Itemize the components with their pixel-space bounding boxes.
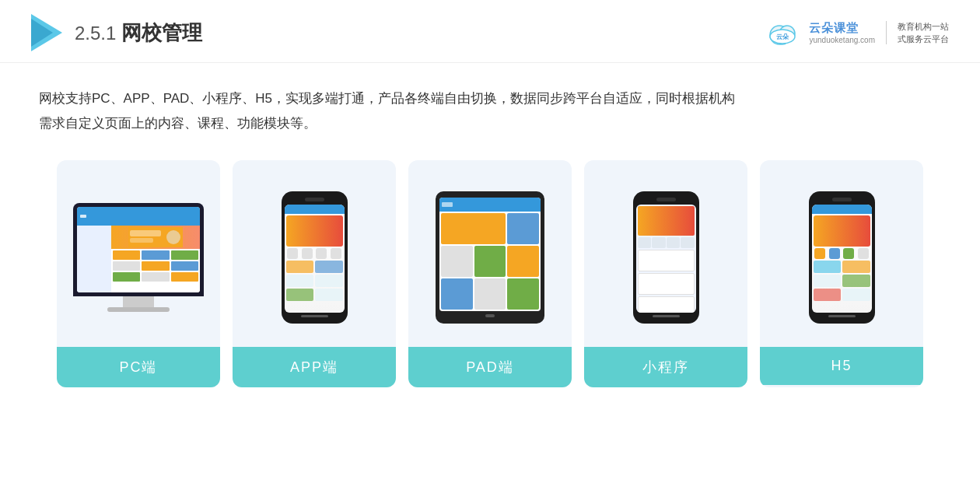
tablet-cell-3 [441,246,473,277]
mini-card-1 [638,250,695,271]
svg-rect-10 [130,238,153,243]
grid-item-5 [142,261,169,271]
h5-label: H5 [760,347,923,385]
icon-dot-2 [302,248,313,259]
brand-text: 云朵课堂 yunduoketang.com [809,21,875,44]
mini-card-2 [638,273,695,295]
phone-card-h5-6 [842,289,870,301]
grid-item-1 [113,250,140,260]
pc-monitor [73,203,204,312]
phone-card-h5-2 [842,261,870,273]
phone-icons-h5 [814,248,870,259]
phone-card-6 [315,289,343,301]
grid-item-6 [171,261,198,271]
svg-text:云朵: 云朵 [776,33,789,40]
page-wrapper: 2.5.1 网校管理 云朵 云朵课堂 yunduoketang.com [0,0,980,490]
h5-image-area [760,176,923,339]
phone-screen-app [285,205,345,313]
grid-item-8 [142,272,169,282]
mini-image-area [584,176,747,339]
pad-label: PAD端 [408,347,572,387]
phone-content-app [285,214,345,313]
screen-bar [77,207,200,226]
description-line2: 需求自定义页面上的内容、课程、功能模块等。 [39,111,941,136]
mini-banner [638,206,695,236]
grid-item-3 [171,250,198,260]
brand-slogan: 教育机构一站 式服务云平台 [898,20,949,46]
icon-dot-4 [331,248,341,259]
banner-content [128,227,183,247]
header-right: 云朵 云朵课堂 yunduoketang.com 教育机构一站 式服务云平台 [765,18,949,47]
icon-dot-h5-2 [829,248,840,259]
phone-card-4 [315,275,343,287]
phone-cards-h5-3 [814,289,870,301]
mini-phone-notch [656,198,676,201]
phone-mockup-app [282,191,348,324]
mini-icon-1 [638,237,652,248]
phone-screen-h5 [812,205,872,313]
phone-status-bar-app [285,205,345,214]
phone-card-h5-3 [814,275,842,287]
icon-dot-h5-3 [843,248,854,259]
description-line1: 网校支持PC、APP、PAD、小程序、H5，实现多端打通，产品各终端自由切换，数… [39,86,941,111]
screen-main [111,226,200,292]
brand-cloud-icon: 云朵 [765,18,803,47]
h5-card: H5 [760,160,923,387]
phone-notch-app [305,198,324,201]
phone-card-1 [286,261,314,273]
phone-card-3 [286,275,314,287]
tablet-cell-5 [507,246,539,277]
phone-cards-h5-2 [814,275,870,287]
phone-cards-h5-1 [814,261,870,273]
phone-cards-app-3 [286,289,343,301]
mini-icon-grid [638,237,695,248]
phone-card-h5-4 [842,275,870,287]
app-image-area [233,176,396,339]
icon-dot-3 [316,248,327,259]
tablet-screen [439,198,541,311]
tablet-content [439,212,541,311]
tablet-home-button [485,314,495,317]
pad-image-area [408,176,572,339]
pc-label: PC端 [57,347,220,387]
screen-sidebar [77,226,111,292]
mini-icon-3 [667,237,681,248]
svg-rect-12 [442,202,453,207]
phone-notch-h5 [832,198,852,201]
app-label: APP端 [233,347,396,387]
header-left: 2.5.1 网校管理 [31,14,202,51]
tablet-cell-2 [507,213,539,244]
monitor-stand [123,296,154,307]
phone-card-5 [286,289,314,301]
phone-card-h5-5 [814,289,842,301]
description: 网校支持PC、APP、PAD、小程序、H5，实现多端打通，产品各终端自由切换，数… [0,63,980,145]
tablet-cell-4 [474,246,506,277]
mini-card: 小程序 [584,160,747,387]
tablet-cell-6 [441,278,473,310]
screen-content-area [77,226,200,292]
grid-item-7 [113,272,140,282]
phone-status-bar-h5 [812,205,872,214]
grid-item-4 [113,261,140,271]
mini-label: 小程序 [584,347,747,387]
pad-card: PAD端 [408,160,572,387]
pc-image-area [57,176,220,339]
mini-phone-home [653,315,680,317]
phone-banner-app [286,215,343,247]
svg-point-11 [166,230,180,244]
svg-rect-9 [130,230,161,236]
tablet-mockup [436,191,544,324]
icon-dot-1 [287,248,298,259]
tablet-cell-1 [441,213,506,244]
mini-icon-4 [681,237,695,248]
mini-content [636,205,696,313]
phone-card-h5-1 [814,261,842,273]
mini-phone-screen [636,205,696,313]
pc-card: PC端 [57,160,220,387]
icon-dot-h5-4 [858,248,869,259]
phone-icons-app [286,248,343,259]
tablet-cell-7 [474,278,506,310]
screen-grid [111,249,200,283]
icon-dot-h5-1 [814,248,825,259]
screen-bar-logo [80,212,103,220]
